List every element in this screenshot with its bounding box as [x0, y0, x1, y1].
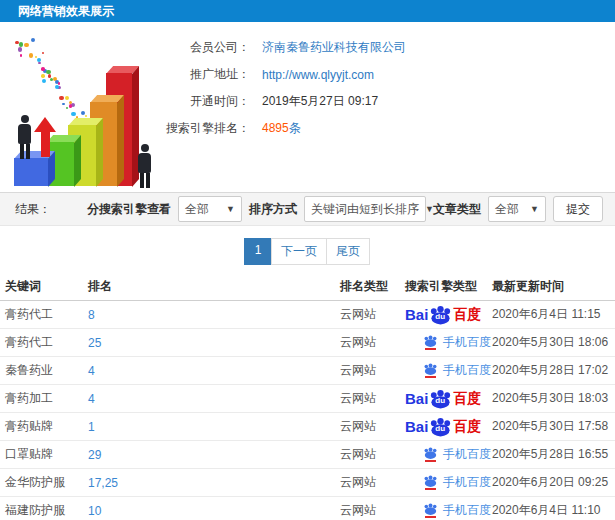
- baidu-mobile-badge: 手机百度: [423, 502, 492, 519]
- confetti-dot: [18, 47, 23, 52]
- baidu-mobile-label: 手机百度: [443, 502, 491, 519]
- info-row-company: 会员公司： 济南秦鲁药业科技有限公司: [158, 34, 406, 61]
- baidu-logo-du-text: du: [435, 397, 445, 405]
- confetti-dot: [41, 67, 45, 71]
- page-title: 网络营销效果展示: [0, 0, 615, 22]
- pagination: 1 下一页 尾页: [0, 238, 615, 265]
- baidu-mobile-badge: 手机百度: [423, 334, 492, 351]
- sort-filter-label: 排序方式: [249, 201, 297, 218]
- confetti-dot: [69, 104, 72, 107]
- rank-link[interactable]: 1: [88, 420, 95, 434]
- baidu-mobile-label: 手机百度: [443, 446, 491, 463]
- baidu-pc-logo: Baidu百度: [405, 389, 492, 409]
- open-time-value: 2019年5月27日 09:17: [262, 93, 378, 110]
- rank-link[interactable]: 29: [88, 448, 101, 462]
- rank-link[interactable]: 17,25: [88, 476, 118, 490]
- company-name-link[interactable]: 济南秦鲁药业科技有限公司: [262, 39, 406, 56]
- keyword-cell: 膏药代工: [5, 335, 53, 349]
- engine-filter-label: 分搜索引擎查看: [87, 201, 171, 218]
- confetti-dot: [29, 53, 33, 57]
- keyword-cell: 膏药代工: [5, 307, 53, 321]
- confetti-dot: [42, 79, 46, 83]
- keyword-cell: 金华防护服: [5, 475, 65, 489]
- open-time-label: 开通时间：: [158, 93, 250, 110]
- updated-cell: 2020年5月28日 17:02: [492, 363, 608, 377]
- rank-count-label: 搜索引擎排名：: [158, 120, 250, 137]
- baidu-pc-logo: Baidu百度: [405, 417, 492, 437]
- confetti-dot: [55, 85, 59, 89]
- keyword-cell: 膏药贴牌: [5, 419, 53, 433]
- updated-cell: 2020年5月30日 18:06: [492, 335, 608, 349]
- rank-link[interactable]: 4: [88, 364, 95, 378]
- confetti-dot: [31, 38, 35, 42]
- updated-cell: 2020年6月20日 09:25: [492, 475, 608, 489]
- chart-bar-blue: [14, 158, 48, 186]
- info-row-open-time: 开通时间： 2019年5月27日 09:17: [158, 88, 406, 115]
- confetti-dot: [42, 52, 45, 55]
- confetti-dot: [24, 43, 29, 48]
- baidu-logo-brand-text: 百度: [453, 306, 481, 324]
- baidu-paw-icon: du: [429, 305, 452, 325]
- rank-link[interactable]: 10: [88, 504, 101, 518]
- engine-select[interactable]: 全部 ▼: [178, 196, 242, 222]
- updated-cell: 2020年5月30日 17:58: [492, 419, 608, 433]
- baidu-mobile-badge: 手机百度: [423, 362, 492, 379]
- updated-cell: 2020年5月28日 16:55: [492, 447, 608, 461]
- table-row: 膏药贴牌1云网站Baidu百度2020年5月30日 17:58: [0, 413, 615, 441]
- article-type-label: 文章类型: [433, 201, 481, 218]
- table-row: 金华防护服17,25云网站手机百度2020年6月20日 09:25: [0, 469, 615, 497]
- sort-select[interactable]: 关键词由短到长排序 ▼: [304, 196, 426, 222]
- rank-count-value: 4895条: [262, 120, 301, 137]
- sort-select-value: 关键词由短到长排序: [311, 201, 419, 218]
- baidu-logo-bai-text: Bai: [405, 418, 428, 435]
- last-page-button[interactable]: 尾页: [326, 238, 370, 265]
- column-header-updated: 最新更新时间: [492, 273, 615, 301]
- promo-url-label: 推广地址：: [158, 66, 250, 83]
- rank-link[interactable]: 8: [88, 308, 95, 322]
- caret-down-icon: ▼: [226, 204, 235, 214]
- baidu-mobile-paw-icon: [423, 475, 438, 490]
- confetti-dot: [71, 112, 75, 116]
- column-header-rank-type: 排名类型: [335, 273, 400, 301]
- confetti-dot: [20, 54, 22, 56]
- submit-button[interactable]: 提交: [553, 196, 603, 222]
- rank-link[interactable]: 25: [88, 336, 101, 350]
- company-label: 会员公司：: [158, 39, 250, 56]
- baidu-paw-icon: du: [429, 417, 452, 437]
- rank-link[interactable]: 4: [88, 392, 95, 406]
- baidu-mobile-badge: 手机百度: [423, 474, 492, 491]
- rank-count-unit: 条: [289, 121, 301, 135]
- growth-chart-illustration: [4, 30, 176, 190]
- confetti-dot: [59, 96, 63, 100]
- confetti-dot: [19, 42, 24, 47]
- caret-down-icon: ▼: [530, 204, 539, 214]
- rank-type-cell: 云网站: [340, 475, 376, 489]
- baidu-logo-brand-text: 百度: [453, 418, 481, 436]
- updated-cell: 2020年5月30日 18:03: [492, 391, 608, 405]
- rank-type-cell: 云网站: [340, 307, 376, 321]
- confetti-dot: [65, 96, 69, 100]
- keyword-cell: 口罩贴牌: [5, 447, 53, 461]
- filter-bar: 结果： 分搜索引擎查看 全部 ▼ 排序方式 关键词由短到长排序 ▼ 文章类型 全…: [0, 192, 615, 226]
- page-button-1[interactable]: 1: [244, 238, 272, 265]
- rankings-table: 关键词 排名 排名类型 搜索引擎类型 最新更新时间 膏药代工8云网站Baidu百…: [0, 273, 615, 520]
- company-info-section: 会员公司： 济南秦鲁药业科技有限公司 推广地址： http://www.qlyy…: [0, 22, 615, 192]
- promo-url-link[interactable]: http://www.qlyyjt.com: [262, 68, 374, 82]
- article-type-select[interactable]: 全部 ▼: [488, 196, 546, 222]
- column-header-engine-type: 搜索引擎类型: [400, 273, 492, 301]
- baidu-logo-bai-text: Bai: [405, 306, 428, 323]
- next-page-button[interactable]: 下一页: [271, 238, 327, 265]
- company-info-fields: 会员公司： 济南秦鲁药业科技有限公司 推广地址： http://www.qlyy…: [158, 34, 406, 142]
- keyword-cell: 福建防护服: [5, 503, 65, 517]
- table-row: 膏药加工4云网站Baidu百度2020年5月30日 18:03: [0, 385, 615, 413]
- baidu-mobile-paw-icon: [423, 335, 438, 350]
- baidu-mobile-paw-icon: [423, 363, 438, 378]
- keyword-cell: 膏药加工: [5, 391, 53, 405]
- table-row: 口罩贴牌29云网站手机百度2020年5月28日 16:55: [0, 441, 615, 469]
- result-label: 结果：: [15, 201, 51, 218]
- confetti-dot: [46, 70, 50, 74]
- app-header: 网络营销效果展示: [0, 0, 615, 22]
- baidu-mobile-paw-icon: [423, 503, 438, 518]
- updated-cell: 2020年6月4日 11:10: [492, 503, 601, 517]
- businessman-figure-right: [138, 144, 151, 188]
